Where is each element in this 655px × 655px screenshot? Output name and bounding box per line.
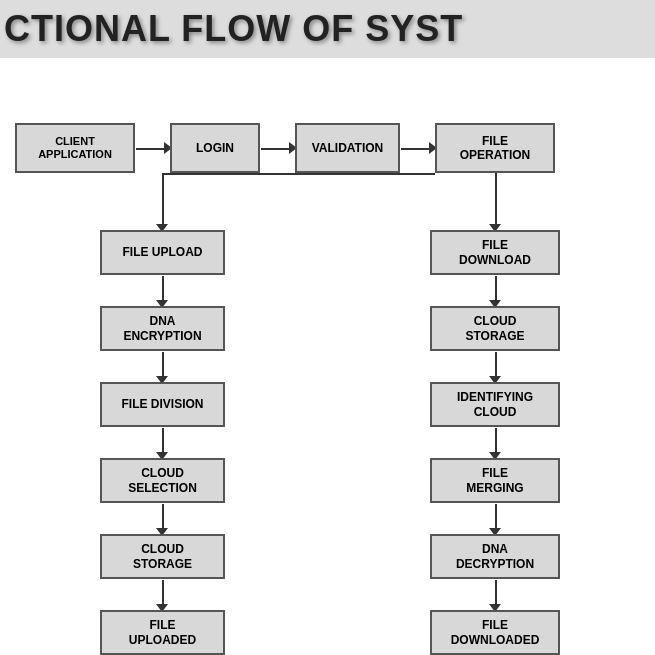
flow-diagram: CLIENTAPPLICATION LOGIN VALIDATION FILEO… xyxy=(0,58,655,655)
dna-decryption-box: DNADECRYPTION xyxy=(430,534,560,579)
client-application-box: CLIENTAPPLICATION xyxy=(15,123,135,173)
file-merging-box: FILEMERGING xyxy=(430,458,560,503)
dna-encryption-box: DNAENCRYPTION xyxy=(100,306,225,351)
login-box: LOGIN xyxy=(170,123,260,173)
validation-box: VALIDATION xyxy=(295,123,400,173)
cloud-selection-box: CLOUDSELECTION xyxy=(100,458,225,503)
file-division-box: FILE DIVISION xyxy=(100,382,225,427)
file-upload-box: FILE UPLOAD xyxy=(100,230,225,275)
cloud-storage-left-box: CLOUDSTORAGE xyxy=(100,534,225,579)
file-uploaded-box: FILEUPLOADED xyxy=(100,610,225,655)
file-downloaded-box: FILEDOWNLOADED xyxy=(430,610,560,655)
file-operation-box: FILEOPERATION xyxy=(435,123,555,173)
file-download-box: FILEDOWNLOAD xyxy=(430,230,560,275)
title: CTIONAL FLOW OF SYST xyxy=(0,0,655,58)
identifying-cloud-box: IDENTIFYINGCLOUD xyxy=(430,382,560,427)
cloud-storage-right-box: CLOUDSTORAGE xyxy=(430,306,560,351)
